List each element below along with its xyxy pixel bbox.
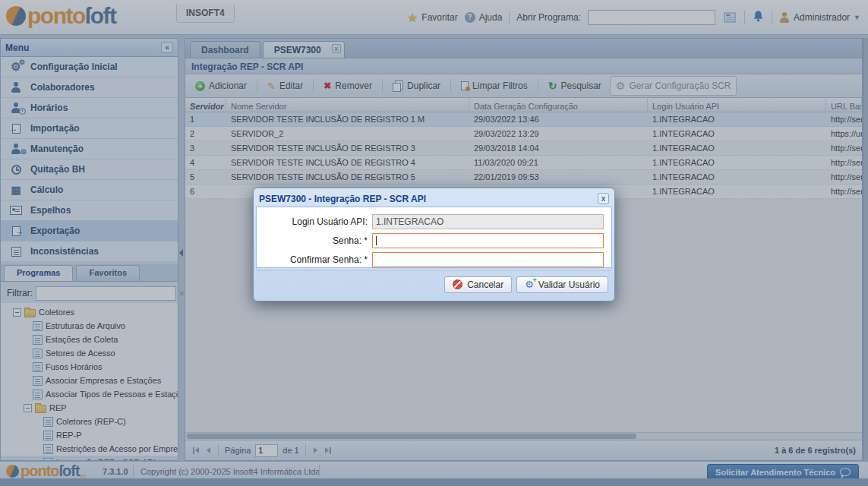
login-usuario-api-label: Login Usuário API:: [257, 216, 372, 227]
validate-user-dialog: PSEW7300 - Integração REP - SCR API x Lo…: [253, 188, 615, 301]
validate-user-button[interactable]: ⚙ Validar Usuário: [516, 276, 608, 293]
dialog-footer: Cancelar ⚙ Validar Usuário: [256, 270, 612, 298]
app-window: pontoſoft INSOFT4 ★ Favoritar ? Ajuda Ab…: [0, 0, 868, 486]
dialog-title: PSEW7300 - Integração REP - SCR API: [259, 194, 426, 204]
senha-label: Senha: *: [257, 235, 372, 246]
form-row: Confirmar Senha: *: [257, 252, 611, 267]
validate-user-icon: ⚙: [525, 279, 534, 289]
senha-field[interactable]: [372, 233, 604, 248]
confirmar-senha-field[interactable]: [372, 252, 604, 267]
close-icon[interactable]: x: [598, 193, 609, 204]
login-usuario-api-field: [372, 214, 604, 229]
cancel-icon: [453, 279, 462, 289]
cancel-button[interactable]: Cancelar: [444, 276, 512, 293]
form-row: Senha: *: [257, 233, 611, 248]
dialog-titlebar[interactable]: PSEW7300 - Integração REP - SCR API x: [256, 191, 612, 207]
form-row: Login Usuário API:: [257, 214, 611, 229]
confirmar-senha-label: Confirmar Senha: *: [257, 254, 372, 265]
text-caret: [376, 236, 377, 245]
dialog-body: Login Usuário API: Senha: * Confirmar Se…: [256, 207, 612, 268]
